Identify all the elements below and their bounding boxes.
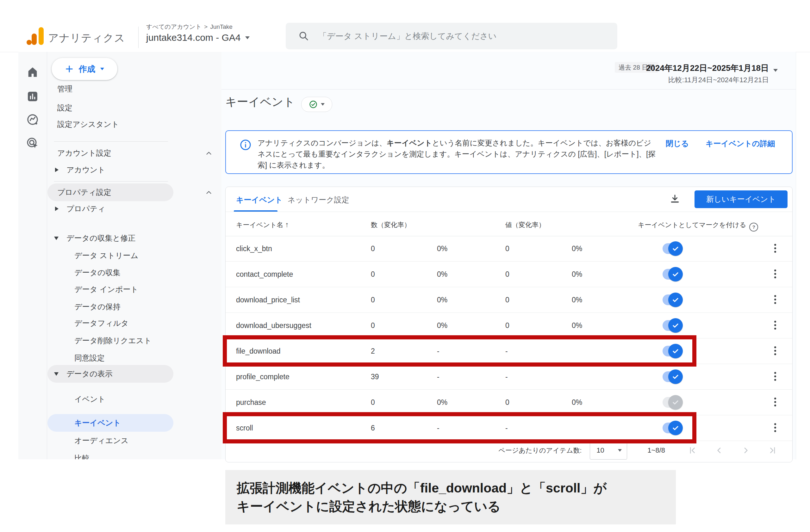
search-input[interactable] [318, 31, 588, 41]
expand-triangle-icon[interactable] [55, 168, 59, 172]
mark-key-event-toggle[interactable] [663, 243, 682, 254]
info-banner: アナリティクスのコンバージョンは、キーイベントという名前に変更されました。キーイ… [225, 130, 793, 174]
new-key-event-button[interactable]: 新しいキーイベント [695, 190, 788, 208]
banner-text-bold: キーイベント [387, 139, 432, 147]
row-menu-button[interactable] [771, 346, 780, 357]
sidebar-item-data-streams[interactable]: データ ストリーム [74, 250, 138, 261]
sidebar-item-data-retention[interactable]: データの保持 [74, 301, 120, 312]
mark-key-event-toggle[interactable] [663, 269, 682, 280]
event-value: 0 [505, 398, 509, 407]
reports-icon[interactable] [26, 90, 39, 103]
mark-key-event-toggle[interactable] [663, 397, 682, 408]
collapse-triangle-icon[interactable] [54, 372, 59, 376]
sidebar-item-events[interactable]: イベント [74, 394, 106, 404]
verified-badge[interactable] [301, 97, 332, 112]
event-count: 0 [371, 245, 375, 253]
caret-down-icon [100, 68, 104, 70]
toggle-check-icon [671, 372, 680, 381]
items-per-page-label: ページあたりのアイテム数: [499, 446, 582, 455]
mark-key-event-toggle[interactable] [663, 346, 682, 356]
mark-key-event-toggle[interactable] [663, 371, 682, 382]
row-menu-button[interactable] [771, 244, 780, 255]
mark-key-event-toggle[interactable] [663, 295, 682, 305]
download-icon[interactable] [669, 193, 681, 205]
create-button[interactable]: 作成 [52, 58, 117, 80]
table-body: click_x_btn 0 0% 0 0% contact_complete 0… [226, 236, 792, 441]
row-menu-button[interactable] [771, 372, 780, 383]
chevron-up-icon[interactable] [205, 188, 213, 197]
sidebar-section-property-settings[interactable]: プロパティ設定 [57, 187, 111, 198]
mark-key-event-toggle[interactable] [663, 320, 682, 331]
advertising-icon[interactable] [26, 137, 39, 150]
event-value: - [505, 372, 508, 381]
sidebar-item-data-display[interactable]: データの表示 [66, 368, 113, 379]
property-selector[interactable]: juntake314.com - GA4 [146, 32, 250, 43]
sidebar-item-settings[interactable]: 設定 [57, 102, 72, 113]
sidebar-item-data-import[interactable]: データ インポート [74, 284, 138, 295]
verified-badge-icon [309, 100, 318, 109]
event-value: - [505, 424, 508, 432]
sidebar-item-consent[interactable]: 同意設定 [74, 353, 105, 363]
sidebar-item-audiences[interactable]: オーディエンス [74, 435, 128, 446]
caret-down-icon [245, 36, 250, 39]
toggle-check-icon [671, 398, 680, 406]
tab-network-settings[interactable]: ネットワーク設定 [288, 195, 349, 205]
breadcrumb-root[interactable]: すべてのアカウント [146, 23, 201, 31]
sidebar-item-setup-assistant[interactable]: 設定アシスタント [57, 119, 119, 130]
sidebar-item-data-collection[interactable]: データの収集 [74, 267, 120, 278]
event-count: 39 [371, 372, 379, 381]
caret-down-icon[interactable] [773, 69, 778, 72]
table-row: download_ubersuggest 0 0% 0 0% [226, 313, 792, 338]
chevron-up-icon[interactable] [205, 149, 213, 157]
event-count-change: 0% [437, 398, 448, 407]
row-menu-button[interactable] [771, 269, 780, 280]
column-header-name[interactable]: キーイベント名 ↑ [236, 220, 289, 229]
sidebar-item-comparisons[interactable]: 比較 [74, 453, 90, 459]
collapse-triangle-icon[interactable] [54, 237, 59, 240]
mark-key-event-toggle[interactable] [663, 422, 682, 433]
event-value: - [505, 347, 508, 355]
row-menu-button[interactable] [771, 423, 780, 434]
pager-prev-icon[interactable] [714, 446, 724, 455]
sidebar-item-property[interactable]: プロパティ [66, 203, 106, 214]
date-range-text[interactable]: 2024年12月22日~2025年1月18日 [630, 63, 769, 74]
pager-first-icon[interactable] [688, 446, 697, 455]
banner-details-link[interactable]: キーイベントの詳細 [706, 138, 775, 149]
help-icon[interactable]: ? [749, 223, 758, 232]
page-size-select[interactable]: 10 [590, 441, 627, 460]
tab-key-events[interactable]: キーイベント [236, 195, 282, 205]
breadcrumb[interactable]: すべてのアカウント > JunTake [146, 23, 232, 31]
logo-bar-mid [32, 34, 37, 45]
header-divider [138, 27, 139, 48]
date-compare-text: 比較:11月24日~2024年12月21日 [630, 75, 769, 85]
sort-up-arrow: ↑ [285, 220, 289, 229]
property-label: juntake314.com - GA4 [146, 32, 241, 43]
search-bar[interactable] [286, 23, 617, 49]
sidebar-item-data-filters[interactable]: データフィルタ [74, 318, 128, 329]
sidebar-item-key-events[interactable]: キーイベント [74, 417, 121, 428]
banner-close-link[interactable]: 閉じる [666, 138, 689, 149]
sidebar-item-data-deletion[interactable]: データ削除リクエスト [74, 335, 151, 346]
expand-triangle-icon[interactable] [55, 206, 59, 211]
home-icon[interactable] [26, 66, 39, 79]
sidebar-divider [54, 142, 168, 142]
analytics-logo[interactable] [26, 27, 44, 45]
row-menu-button[interactable] [771, 398, 780, 408]
sidebar-section-account-settings[interactable]: アカウント設定 [57, 148, 111, 159]
toggle-knob [668, 344, 683, 359]
sidebar-item-account[interactable]: アカウント [66, 165, 106, 175]
table-header-row: キーイベント名 ↑ 数（変化率） 値（変化率） キーイベントとしてマークを付ける… [226, 212, 792, 236]
card-tabs-row: キーイベント ネットワーク設定 新しいキーイベント [226, 187, 792, 212]
pager-last-icon[interactable] [767, 446, 777, 455]
key-events-card: キーイベント ネットワーク設定 新しいキーイベント キーイベント名 ↑ 数（変化… [225, 187, 793, 462]
event-value-change: 0% [572, 398, 582, 407]
breadcrumb-account[interactable]: JunTake [210, 23, 232, 30]
sidebar-item-admin[interactable]: 管理 [57, 83, 72, 94]
event-count-change: 0% [437, 245, 448, 253]
row-menu-button[interactable] [771, 321, 780, 331]
sidebar-item-data-collection-mod[interactable]: データの収集と修正 [66, 233, 135, 244]
pager-next-icon[interactable] [741, 446, 750, 455]
row-menu-button[interactable] [771, 295, 780, 306]
key-event-name: purchase [236, 398, 266, 407]
explore-icon[interactable] [26, 113, 39, 126]
